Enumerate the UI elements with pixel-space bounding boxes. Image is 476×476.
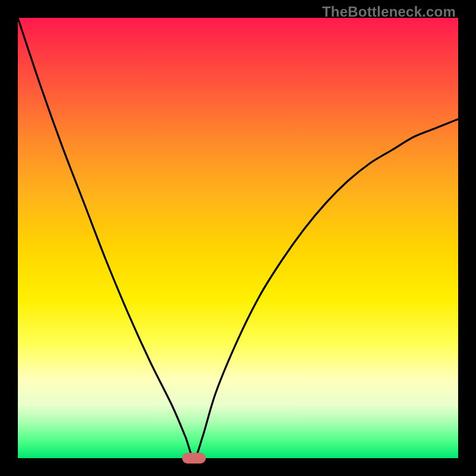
bottleneck-curve: [18, 18, 458, 458]
optimal-point-marker: [182, 453, 206, 464]
chart-frame: TheBottleneck.com: [0, 0, 476, 476]
watermark-text: TheBottleneck.com: [322, 4, 456, 20]
